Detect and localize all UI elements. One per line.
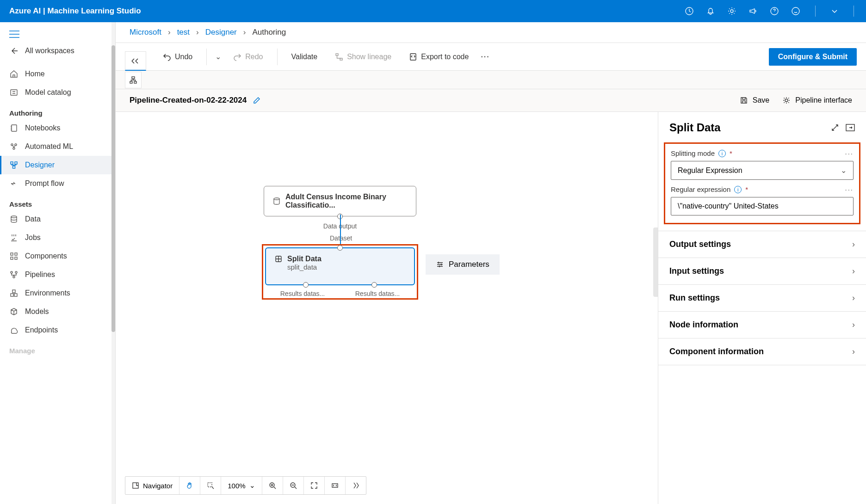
smiley-icon[interactable] [791,6,800,16]
more-icon[interactable]: ··· [481,53,489,61]
account-chevron-icon[interactable] [830,7,839,15]
sidebar-designer[interactable]: Designer [0,156,115,174]
accordion-node-info[interactable]: Node information › [658,311,866,338]
accordion-run-settings[interactable]: Run settings › [658,284,866,311]
expand-icon[interactable] [831,123,839,132]
validate-label: Validate [291,53,318,61]
sidebar-jobs[interactable]: Jobs [0,228,115,247]
sidebar-endpoints[interactable]: Endpoints [0,321,115,339]
sidebar-data[interactable]: Data [0,210,115,228]
zoom-level[interactable]: 100% ⌄ [221,477,262,494]
parameters-button[interactable]: Parameters [426,254,500,275]
port-label-1: Results datas... [280,290,325,297]
prompt-flow-icon [9,179,19,188]
auto-layout-icon[interactable] [346,477,366,494]
info-icon[interactable]: i [718,150,726,157]
svg-point-18 [15,271,17,273]
regex-input[interactable] [671,197,854,215]
sidebar-pipelines[interactable]: Pipelines [0,265,115,284]
pipeline-interface-button[interactable]: Pipeline interface [782,96,852,104]
pan-tool-icon[interactable] [179,477,200,494]
gear-icon[interactable] [727,6,736,16]
sidebar-item-label: Environments [25,289,70,297]
zoom-out-icon[interactable] [283,477,304,494]
sidebar-environments[interactable]: Environments [0,284,115,302]
navigator-label: Navigator [143,482,173,490]
jobs-icon [9,233,19,242]
accordion-input-settings[interactable]: Input settings › [658,258,866,284]
svg-rect-33 [208,483,212,487]
accordion-output-settings[interactable]: Output settings › [658,231,866,258]
help-icon[interactable] [770,6,779,16]
input-port[interactable] [337,245,343,251]
edit-icon[interactable] [253,97,260,104]
svg-point-1 [730,10,733,12]
undo-dropdown-icon[interactable]: ⌄ [215,52,221,61]
expand-panel-icon[interactable] [125,51,146,71]
sidebar-components[interactable]: Components [0,247,115,265]
sidebar-scrollbar-thumb[interactable] [111,45,115,332]
validate-button[interactable]: Validate [286,49,323,65]
clock-icon[interactable] [685,6,694,16]
select-value: Regular Expression [678,166,742,175]
back-arrow-icon [9,46,19,55]
output-port-2[interactable] [371,282,377,288]
pipeline-canvas[interactable]: Adult Census Income Binary Classificatio… [116,112,658,504]
sidebar-item-label: Pipelines [25,270,55,279]
actual-size-icon[interactable] [325,477,346,494]
sidebar-automated-ml[interactable]: Automated ML [0,137,115,156]
output-port-1[interactable] [303,282,309,288]
sidebar-item-label: Automated ML [25,142,73,151]
accordion-component-info[interactable]: Component information › [658,338,866,365]
data-icon [9,215,19,224]
panel-resize-handle[interactable] [653,227,658,297]
save-button[interactable]: Save [740,96,769,104]
sidebar-prompt-flow[interactable]: Prompt flow [0,174,115,193]
regex-label: Regular expression [671,185,730,193]
required-marker: * [730,149,732,157]
megaphone-icon[interactable] [748,6,758,16]
breadcrumb: Microsoft › test › Designer › Authoring [116,22,866,43]
info-icon[interactable]: i [734,186,742,193]
fit-screen-icon[interactable] [304,477,325,494]
chevron-down-icon: ⌄ [249,481,255,490]
svg-point-17 [11,271,12,273]
sidebar-notebooks[interactable]: Notebooks [0,119,115,137]
automl-icon [9,142,19,151]
graph-view-icon[interactable] [125,72,142,88]
accordion-label: Run settings [669,293,720,303]
export-button[interactable]: Export to code [403,49,474,65]
components-icon [9,252,19,261]
sidebar-all-workspaces[interactable]: All workspaces [0,42,115,60]
navigator-button[interactable]: Navigator [125,477,179,494]
canvas-node-dataset[interactable]: Adult Census Income Binary Classificatio… [264,186,416,216]
zoom-in-icon[interactable] [262,477,283,494]
chevron-right-icon: › [196,28,199,37]
configure-submit-button[interactable]: Configure & Submit [769,48,857,66]
undo-button[interactable]: Undo [157,49,198,65]
bell-icon[interactable] [706,6,715,16]
svg-point-19 [13,276,15,278]
canvas-node-split-data[interactable]: Split Data split_data [265,247,415,285]
field-more-icon[interactable]: ··· [845,185,854,193]
sidebar-section-authoring: Authoring [0,102,115,119]
sidebar-models[interactable]: Models [0,302,115,321]
popout-icon[interactable] [846,124,855,131]
svg-rect-5 [12,125,17,131]
interface-label: Pipeline interface [795,96,852,104]
sidebar-section-assets: Assets [0,193,115,210]
svg-rect-10 [15,162,17,164]
splitting-mode-select[interactable]: Regular Expression ⌄ [671,161,854,180]
sidebar-model-catalog[interactable]: Model catalog [0,83,115,102]
breadcrumb-root[interactable]: Microsoft [130,28,161,37]
chevron-right-icon: › [168,28,171,37]
field-more-icon[interactable]: ··· [845,149,854,157]
breadcrumb-workspace[interactable]: test [177,28,190,37]
breadcrumb-section[interactable]: Designer [205,28,237,37]
sidebar-item-label: Data [25,215,41,223]
select-tool-icon[interactable] [200,477,221,494]
sidebar-home[interactable]: Home [0,65,115,83]
panel-title: Split Data [669,121,824,134]
hamburger-icon[interactable] [0,27,115,42]
node-title: Split Data [287,255,322,263]
